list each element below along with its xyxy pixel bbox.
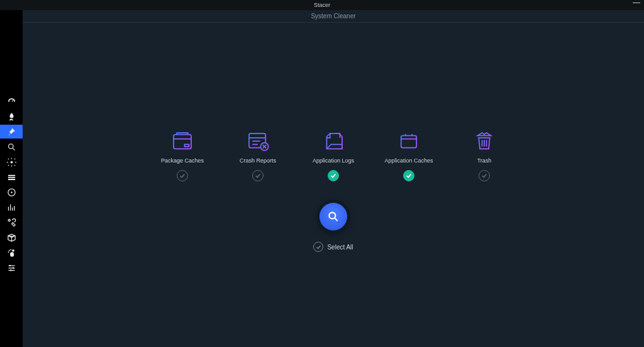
category-checkbox[interactable] (403, 170, 414, 181)
sidebar-item-apt-repos[interactable] (0, 230, 23, 244)
search-icon (7, 142, 16, 152)
sidebar-item-system-cleaner[interactable] (0, 125, 23, 139)
select-all-toggle[interactable]: Select All (313, 242, 353, 252)
svg-rect-13 (185, 144, 189, 147)
window-titlebar: Stacer (0, 0, 644, 10)
app-frame: System Cleaner (0, 10, 644, 347)
package-caches-icon (169, 127, 196, 155)
sidebar-item-processes[interactable] (0, 170, 23, 184)
category-label: Application Logs (313, 157, 354, 164)
gear-icon (7, 157, 16, 167)
sidebar-item-uninstaller[interactable] (0, 185, 23, 199)
cleaner-main: Package Caches Crash Reports (23, 23, 644, 347)
category-app-caches: Application Caches (386, 127, 431, 181)
svg-point-10 (12, 267, 14, 269)
category-trash: Trash (462, 127, 507, 181)
svg-point-4 (12, 249, 14, 251)
app-caches-icon (395, 127, 423, 155)
box-icon (7, 233, 16, 242)
gauge-icon (7, 97, 16, 106)
svg-rect-16 (401, 135, 417, 147)
sidebar (0, 10, 23, 347)
category-label: Trash (477, 157, 492, 164)
app-logs-icon (319, 127, 347, 155)
sidebar-item-services[interactable] (0, 155, 23, 169)
scan-button[interactable] (319, 203, 347, 230)
svg-point-3 (11, 191, 13, 193)
disc-icon (7, 188, 16, 197)
window-minimize-button[interactable] (633, 2, 640, 3)
category-checkbox[interactable] (177, 170, 188, 181)
svg-point-9 (9, 265, 11, 266)
rocket-icon (7, 112, 16, 122)
category-label: Package Caches (161, 157, 204, 164)
category-label: Crash Reports (240, 157, 276, 164)
category-checkbox[interactable] (252, 170, 264, 181)
sidebar-item-resources[interactable] (0, 200, 23, 214)
category-label: Application Caches (384, 157, 433, 164)
svg-point-5 (10, 249, 11, 250)
tools-icon (7, 218, 16, 227)
category-app-logs: Application Logs (311, 127, 356, 181)
svg-point-8 (10, 252, 14, 257)
stack-icon (7, 173, 16, 182)
category-checkbox[interactable] (328, 170, 339, 181)
category-package-caches: Package Caches (160, 127, 205, 181)
trash-icon (470, 127, 498, 155)
broom-icon (7, 127, 16, 137)
sidebar-item-helpers[interactable] (0, 215, 23, 229)
sidebar-item-dashboard[interactable] (0, 94, 23, 108)
category-checkbox[interactable] (479, 170, 490, 181)
category-row: Package Caches Crash Reports (160, 127, 507, 181)
select-all-label: Select All (327, 244, 353, 251)
category-crash-reports: Crash Reports (235, 127, 280, 181)
magnifier-icon (327, 210, 340, 223)
window-title: Stacer (314, 2, 330, 8)
content-pane: System Cleaner (23, 10, 644, 347)
sliders-icon (7, 263, 16, 273)
sidebar-item-startup-apps[interactable] (0, 110, 23, 123)
crash-reports-icon (244, 127, 272, 155)
sidebar-item-search[interactable] (0, 140, 23, 154)
chart-icon (7, 203, 16, 212)
page-title: System Cleaner (23, 10, 644, 23)
svg-point-17 (329, 212, 335, 219)
svg-point-7 (8, 251, 9, 253)
page-title-text: System Cleaner (311, 13, 355, 20)
svg-point-11 (10, 270, 12, 271)
svg-point-6 (8, 249, 9, 251)
select-all-checkbox-icon (313, 242, 323, 252)
foot-icon (7, 248, 16, 258)
svg-point-1 (10, 161, 13, 163)
sidebar-item-gnome-settings[interactable] (0, 246, 23, 259)
svg-point-0 (8, 144, 13, 149)
sidebar-item-settings[interactable] (0, 261, 23, 275)
